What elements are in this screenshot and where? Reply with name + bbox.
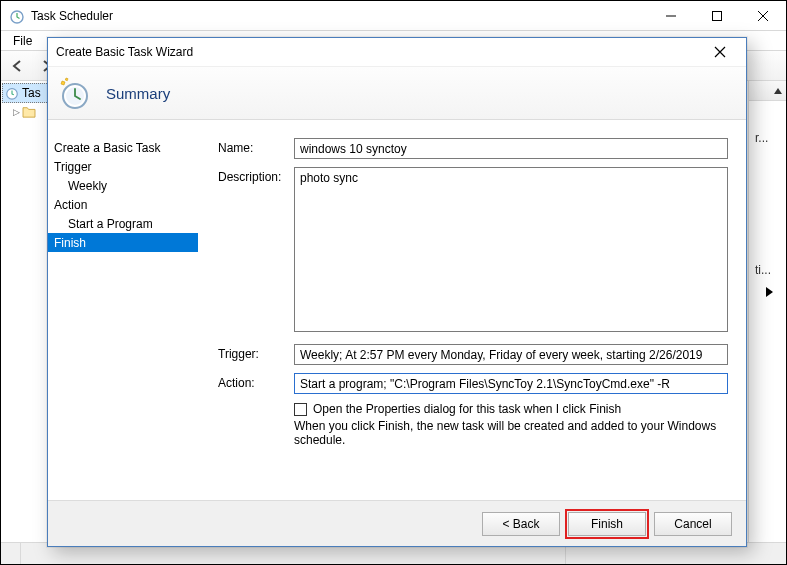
description-label: Description: [218, 167, 294, 184]
step-finish[interactable]: Finish [48, 233, 198, 252]
svg-rect-1 [713, 11, 722, 20]
dialog-titlebar: Create Basic Task Wizard [48, 38, 746, 66]
step-weekly[interactable]: Weekly [48, 176, 198, 195]
open-properties-label: Open the Properties dialog for this task… [313, 402, 621, 416]
dialog-heading: Summary [106, 85, 170, 102]
tree-child-item[interactable]: ▷ [1, 103, 50, 121]
wizard-dialog: Create Basic Task Wizard Summary Create … [47, 37, 747, 547]
app-icon [9, 8, 25, 24]
step-start-program[interactable]: Start a Program [48, 214, 198, 233]
menu-file[interactable]: File [5, 32, 40, 50]
actions-item[interactable]: ti... [751, 259, 784, 281]
collapse-up-icon[interactable] [774, 88, 782, 94]
step-trigger[interactable]: Trigger [48, 157, 198, 176]
name-field[interactable] [294, 138, 728, 159]
chevron-right-icon [766, 287, 773, 297]
finish-button[interactable]: Finish [568, 512, 646, 536]
tree-root-item[interactable]: Tas [2, 83, 49, 103]
back-button[interactable]: < Back [482, 512, 560, 536]
cancel-button[interactable]: Cancel [654, 512, 732, 536]
action-field[interactable] [294, 373, 728, 394]
dialog-title: Create Basic Task Wizard [56, 45, 702, 59]
summary-form: Name: Description: Trigger: Action: Open… [198, 120, 746, 500]
actions-panel: r... ti... [748, 81, 786, 542]
actions-expand[interactable] [751, 281, 784, 303]
dialog-close-button[interactable] [702, 38, 738, 66]
trigger-label: Trigger: [218, 344, 294, 361]
close-button[interactable] [740, 1, 786, 30]
finish-note: When you click Finish, the new task will… [294, 419, 728, 447]
main-title: Task Scheduler [31, 9, 648, 23]
dialog-header: Summary [48, 66, 746, 120]
nav-back-button[interactable] [5, 55, 31, 77]
main-titlebar: Task Scheduler [1, 1, 786, 31]
tree-panel: Tas ▷ [1, 81, 51, 542]
action-label: Action: [218, 373, 294, 390]
expand-icon[interactable]: ▷ [13, 107, 20, 117]
window-controls [648, 1, 786, 30]
tree-root-label: Tas [22, 86, 41, 100]
wizard-icon [58, 77, 90, 109]
maximize-button[interactable] [694, 1, 740, 30]
minimize-button[interactable] [648, 1, 694, 30]
dialog-body: Create a Basic Task Trigger Weekly Actio… [48, 120, 746, 500]
actions-header [749, 81, 786, 101]
wizard-steps: Create a Basic Task Trigger Weekly Actio… [48, 120, 198, 500]
dialog-footer: < Back Finish Cancel [48, 500, 746, 546]
open-properties-checkbox[interactable] [294, 403, 307, 416]
actions-item[interactable]: r... [751, 127, 784, 149]
name-label: Name: [218, 138, 294, 155]
folder-icon [22, 106, 36, 118]
trigger-field[interactable] [294, 344, 728, 365]
clock-icon [5, 86, 19, 100]
description-field[interactable] [294, 167, 728, 332]
step-action[interactable]: Action [48, 195, 198, 214]
step-create-basic-task[interactable]: Create a Basic Task [48, 138, 198, 157]
